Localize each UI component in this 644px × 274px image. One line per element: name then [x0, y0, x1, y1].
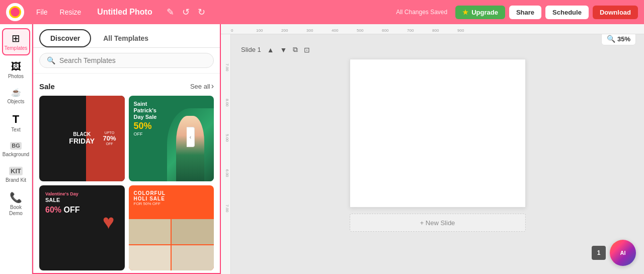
objects-label: Objects [8, 99, 25, 105]
document-title[interactable]: Untitled Photo [97, 8, 152, 17]
text-icon: T [13, 114, 19, 125]
file-menu[interactable]: File [32, 6, 52, 18]
brand-kit-label: Brand Kit [6, 177, 26, 183]
slide-up-button[interactable]: ▲ [265, 44, 276, 55]
sidebar-item-photos[interactable]: 🖼 Photos [2, 57, 30, 83]
template-holi[interactable]: COLORFULHOLI SALE FOR 50% OFF [129, 185, 214, 271]
templates-label: Templates [5, 45, 28, 51]
ruler-100: 100 [256, 28, 281, 34]
ruler-left: 7.00 8.00 5.00 6.00 7.00 [221, 34, 231, 274]
slide-copy-button[interactable]: ⧉ [291, 44, 300, 55]
page-indicator: 1 [592, 246, 606, 260]
card-bf-upto: UPTO [105, 131, 114, 134]
panel-search: 🔍 [33, 48, 220, 74]
ai-button[interactable]: AI [610, 240, 636, 266]
ruler-l-8: 6.00 [221, 157, 230, 177]
canvas-area: 🔍 35% 0 100 200 300 400 500 600 700 800 … [221, 24, 644, 274]
sidebar-item-templates[interactable]: ⊞ Templates [2, 28, 30, 55]
slide-expand-button[interactable]: ⊡ [302, 44, 312, 55]
card-holi-piece-2 [172, 219, 214, 244]
book-demo-icon: 📞 [10, 192, 22, 202]
share-button[interactable]: Share [509, 6, 541, 19]
card-vd-pct: 60% OFF [45, 206, 79, 215]
resize-menu[interactable]: Resize [56, 6, 86, 18]
topbar: File Resize Untitled Photo ✎ ↺ ↻ All Cha… [0, 0, 644, 24]
ruler-l-3 [221, 72, 230, 87]
book-demo-label: Book Demo [4, 204, 28, 217]
templates-icon: ⊞ [12, 33, 20, 43]
card-holi-sub: FOR 50% OFF [134, 201, 209, 206]
card-bf-off: OFF [106, 142, 113, 146]
icon-sidebar: ⊞ Templates 🖼 Photos ☕ Objects T Text BG… [0, 24, 32, 274]
ruler-l-10: 7.00 [221, 192, 230, 213]
card-vd-label: Valentine's Day [45, 191, 78, 196]
ruler-l-6: 5.00 [221, 122, 230, 142]
card-sp-off: OFF [134, 131, 209, 136]
redo-icon[interactable]: ↻ [198, 7, 205, 18]
sidebar-item-background[interactable]: BG Background [2, 138, 30, 161]
tab-discover[interactable]: Discover [39, 29, 91, 47]
sidebar-item-objects[interactable]: ☕ Objects [2, 85, 30, 108]
schedule-button[interactable]: Schedule [545, 6, 589, 19]
photos-label: Photos [8, 74, 24, 80]
card-holi-piece-1 [129, 219, 171, 244]
ruler-l-1 [221, 36, 230, 51]
sale-template-grid: BLACK FRIDAY UPTO 70% OFF SaintPatrick's… [39, 96, 214, 270]
background-icon: BG [10, 142, 22, 150]
panel-collapse-arrow[interactable]: ‹ [187, 127, 195, 147]
new-slide-button[interactable]: + New Slide [350, 214, 526, 232]
ruler-top: 0 100 200 300 400 500 600 700 800 900 [221, 24, 644, 34]
undo-icon[interactable]: ↺ [182, 7, 190, 18]
templates-panel: Discover All Templates 🔍 Sale See all BL… [32, 24, 221, 274]
slide-header: Slide 1 ▲ ▼ ⧉ ⊡ [241, 44, 312, 55]
upgrade-button[interactable]: Upgrade [455, 6, 505, 19]
search-input[interactable] [59, 56, 206, 64]
topbar-nav: File Resize [32, 6, 85, 18]
ruler-left-numbers: 7.00 8.00 5.00 6.00 7.00 [221, 34, 230, 213]
save-status: All Changes Saved [396, 9, 447, 16]
slide-controls: ▲ ▼ ⧉ ⊡ [265, 44, 312, 55]
sale-section-header: Sale See all [39, 82, 214, 91]
topbar-icons: ✎ ↺ ↻ [167, 7, 205, 18]
template-saint-patricks[interactable]: SaintPatrick'sDay Sale 50% OFF [129, 96, 214, 181]
ruler-700: 700 [407, 28, 432, 34]
tab-all-templates[interactable]: All Templates [93, 29, 158, 47]
slide-down-button[interactable]: ▼ [278, 44, 289, 55]
slide-canvas[interactable] [350, 59, 526, 208]
canvas-viewport: Slide 1 ▲ ▼ ⧉ ⊡ + New Slide [231, 34, 644, 274]
logo-inner [9, 6, 21, 18]
sale-title: Sale [39, 82, 55, 91]
sidebar-item-book-demo[interactable]: 📞 Book Demo [2, 188, 30, 220]
brand-kit-icon: KIT [9, 167, 23, 175]
card-sp-title: SaintPatrick'sDay Sale [134, 101, 209, 121]
ruler-0: 0 [231, 28, 256, 34]
sidebar-item-brand-kit[interactable]: KIT Brand Kit [2, 163, 30, 186]
card-holi-title: COLORFULHOLI SALE [134, 190, 209, 201]
ruler-300: 300 [306, 28, 332, 34]
ruler-numbers: 0 100 200 300 400 500 600 700 800 900 [231, 28, 482, 34]
sale-see-all-button[interactable]: See all [190, 82, 214, 91]
background-label: Background [3, 152, 29, 158]
template-black-friday[interactable]: BLACK FRIDAY UPTO 70% OFF [39, 96, 125, 181]
app-logo[interactable] [6, 3, 24, 21]
card-bf-text2: FRIDAY [69, 137, 95, 145]
card-holi-piece-4 [172, 245, 214, 270]
download-button[interactable]: Download [593, 6, 638, 19]
template-valentines[interactable]: Valentine's Day SALE 60% OFF ♥ [39, 185, 125, 271]
card-bf-pct: 70% [103, 134, 116, 142]
panel-tabs: Discover All Templates [33, 24, 220, 48]
sidebar-item-text[interactable]: T Text [2, 110, 30, 136]
bottom-right-controls: 1 AI [592, 240, 636, 266]
main-area: ⊞ Templates 🖼 Photos ☕ Objects T Text BG… [0, 24, 644, 274]
slide-label: Slide 1 [241, 46, 261, 53]
photos-icon: 🖼 [11, 61, 21, 72]
edit-icon[interactable]: ✎ [167, 7, 174, 18]
ruler-800: 800 [432, 28, 457, 34]
card-holi-piece-3 [129, 245, 171, 270]
card-bf-text1: BLACK [73, 131, 91, 137]
ruler-l-9 [221, 177, 230, 192]
ruler-500: 500 [357, 28, 382, 34]
ruler-400: 400 [332, 28, 357, 34]
text-label: Text [11, 127, 20, 133]
card-bf-badge: UPTO 70% OFF [99, 127, 121, 150]
